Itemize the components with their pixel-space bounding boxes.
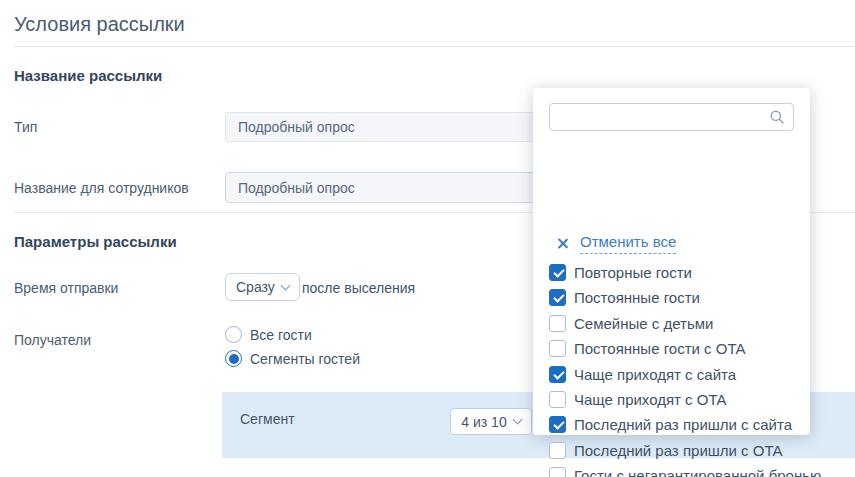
checkbox-icon[interactable] xyxy=(549,467,566,477)
send-time-suffix: после выселения xyxy=(302,280,415,296)
cancel-all-button[interactable]: Отменить все xyxy=(556,233,676,254)
segment-option-label: Постоянные гости с OTA xyxy=(574,340,745,357)
send-time-select[interactable]: Сразу xyxy=(225,273,300,301)
segment-select-value: 4 из 10 xyxy=(461,414,506,430)
segment-search-input[interactable] xyxy=(549,103,794,131)
checkbox-icon[interactable] xyxy=(549,416,566,433)
segment-option-label: Постоянные гости xyxy=(574,289,700,306)
segment-option[interactable]: Повторные гости xyxy=(549,264,800,281)
staff-name-input-value: Подробный опрос xyxy=(238,180,355,196)
segment-option[interactable]: Постоянные гости с OTA xyxy=(549,340,800,357)
staff-name-field-label: Название для сотрудников xyxy=(14,180,189,196)
radio-label: Все гости xyxy=(250,327,312,343)
section-heading-mailing-name: Название рассылки xyxy=(14,67,162,84)
radio-icon[interactable] xyxy=(225,326,242,343)
segment-option[interactable]: Последний раз пришли с сайта xyxy=(549,416,800,433)
recipients-label: Получатели xyxy=(14,332,91,348)
segment-option-label: Последний раз пришли с сайта xyxy=(574,416,792,433)
segment-option[interactable]: Постоянные гости xyxy=(549,289,800,306)
segment-option[interactable]: Последний раз пришли с OTA xyxy=(549,442,800,459)
radio-label: Сегменты гостей xyxy=(250,351,360,367)
radio-icon[interactable] xyxy=(225,350,242,367)
segment-option[interactable]: Чаще приходят с сайта xyxy=(549,366,800,383)
recipients-option-all-guests[interactable]: Все гости xyxy=(225,326,312,343)
segment-option-label: Гости с негарантированной бронью xyxy=(574,467,821,477)
checkbox-icon[interactable] xyxy=(549,315,566,332)
checkbox-icon[interactable] xyxy=(549,391,566,408)
segment-select[interactable]: 4 из 10 xyxy=(450,408,532,435)
section-heading-mailing-params: Параметры рассылки xyxy=(14,233,177,250)
segment-label: Сегмент xyxy=(240,411,295,427)
segment-option-label: Последний раз пришли с OTA xyxy=(574,442,782,459)
segment-option-label: Чаще приходят с OTA xyxy=(574,391,727,408)
segment-options-list: Повторные гости Постоянные гости Семейны… xyxy=(549,264,800,477)
checkbox-icon[interactable] xyxy=(549,366,566,383)
send-time-label: Время отправки xyxy=(14,280,118,296)
checkbox-icon[interactable] xyxy=(549,442,566,459)
checkbox-icon[interactable] xyxy=(549,340,566,357)
segment-option[interactable]: Гости с негарантированной бронью xyxy=(549,467,800,477)
type-field-label: Тип xyxy=(14,119,37,135)
segment-dropdown-panel: Отменить все Повторные гости Постоянные … xyxy=(533,88,810,435)
checkbox-icon[interactable] xyxy=(549,264,566,281)
close-icon xyxy=(556,237,569,250)
segment-option-label: Семейные с детьми xyxy=(574,315,713,332)
segment-option-label: Чаще приходят с сайта xyxy=(574,366,736,383)
search-icon xyxy=(770,110,784,124)
divider xyxy=(14,46,855,47)
segment-option[interactable]: Чаще приходят с OTA xyxy=(549,391,800,408)
recipients-option-guest-segments[interactable]: Сегменты гостей xyxy=(225,350,360,367)
send-time-select-value: Сразу xyxy=(236,279,275,295)
cancel-all-label: Отменить все xyxy=(580,233,676,254)
checkbox-icon[interactable] xyxy=(549,289,566,306)
segment-option[interactable]: Семейные с детьми xyxy=(549,315,800,332)
chevron-down-icon xyxy=(512,415,522,425)
chevron-down-icon xyxy=(280,280,290,290)
page-title: Условия рассылки xyxy=(14,13,185,36)
mailing-conditions-page: Условия рассылки Название рассылки Тип П… xyxy=(0,0,855,477)
type-select-value: Подробный опрос xyxy=(238,119,355,135)
segment-option-label: Повторные гости xyxy=(574,264,692,281)
